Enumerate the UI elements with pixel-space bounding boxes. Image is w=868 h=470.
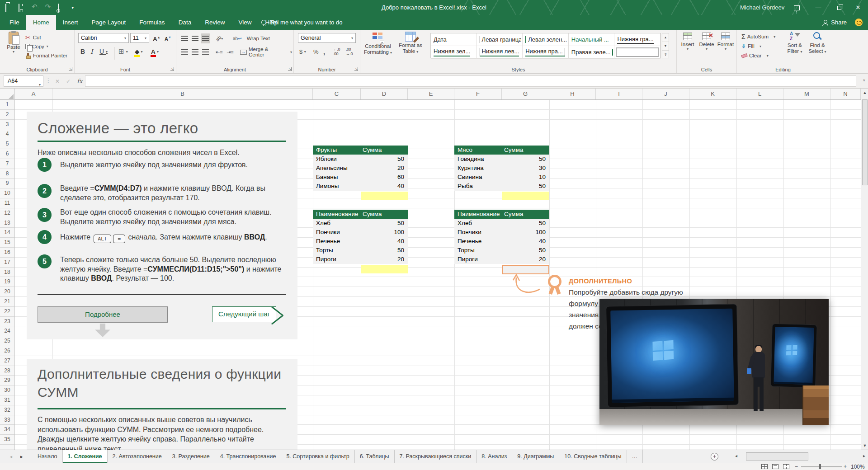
next-step-button[interactable]: Следующий шаг [212, 306, 276, 322]
autosum-button[interactable]: ΣAutoSum ▾ [741, 32, 775, 41]
tell-me-box[interactable]: Tell me what you want to do [261, 15, 342, 30]
column-header-B[interactable]: B [52, 89, 313, 99]
row-header-18[interactable]: 18 [0, 268, 14, 277]
sheet-tab-начало[interactable]: Начало [33, 450, 63, 463]
horizontal-scroll-thumb[interactable] [746, 452, 808, 461]
font-color-button[interactable]: A ▾ [150, 47, 160, 56]
insert-function-icon[interactable]: fx [77, 78, 82, 85]
copy-button[interactable]: Copy▾ [25, 42, 48, 51]
underline-button[interactable]: U ▾ [98, 47, 109, 56]
sheet-tab-5-сортировка-и-фильтр[interactable]: 5. Сортировка и фильтр [281, 450, 354, 463]
decrease-indent-button[interactable]: ⇤≡ [214, 47, 224, 57]
row-header-15[interactable]: 15 [0, 238, 14, 248]
sheet-tab-8-анализ[interactable]: 8. Анализ [476, 450, 512, 463]
style-gallery-item[interactable]: Нижняя зел... [431, 46, 477, 59]
row-header-12[interactable]: 12 [0, 208, 14, 218]
account-name[interactable]: Michael Gordeev [740, 0, 784, 15]
formula-input[interactable] [85, 75, 856, 87]
percent-style-button[interactable]: % [312, 47, 320, 56]
paste-button[interactable]: Paste ▾ [4, 32, 24, 54]
row-header-20[interactable]: 20 [0, 287, 14, 297]
enter-entry-icon[interactable]: ✓ [66, 78, 71, 85]
ribbon-tab-home[interactable]: Home [26, 15, 56, 30]
fill-button[interactable]: ⇩Fill ▾ [741, 42, 761, 51]
zoom-slider-thumb[interactable] [819, 464, 821, 469]
zoom-level[interactable]: 100% [851, 464, 865, 470]
row-header-9[interactable]: 9 [0, 179, 14, 188]
row-header-19[interactable]: 19 [0, 277, 14, 287]
row-header-3[interactable]: 3 [0, 120, 14, 130]
row-header-10[interactable]: 10 [0, 188, 14, 198]
align-right-button[interactable] [201, 47, 210, 57]
row-header-32[interactable]: 32 [0, 405, 14, 415]
page-break-view-icon[interactable] [783, 464, 789, 469]
row-header-26[interactable]: 26 [0, 346, 14, 356]
orientation-button[interactable]: ab▾ [214, 33, 224, 43]
row-header-31[interactable]: 31 [0, 395, 14, 405]
fill-color-button[interactable]: ◆ ▾ [133, 47, 144, 56]
yellow-sum-cell[interactable] [361, 192, 408, 200]
row-header-6[interactable]: 6 [0, 149, 14, 159]
yellow-sum-cell[interactable] [502, 192, 549, 200]
row-header-30[interactable]: 30 [0, 385, 14, 395]
font-family-select[interactable]: Calibri▾ [78, 33, 129, 43]
top-align-button[interactable] [180, 33, 189, 43]
row-header-7[interactable]: 7 [0, 159, 14, 169]
sheet-tab-…[interactable]: … [627, 450, 643, 463]
find-select-button[interactable]: Find & Select ▾ [807, 32, 828, 55]
ribbon-tab-file[interactable]: File [3, 15, 26, 30]
increase-font-size-button[interactable]: A▲ [151, 33, 162, 43]
align-left-button[interactable] [180, 47, 189, 57]
page-layout-view-icon[interactable] [772, 464, 778, 469]
video-player[interactable] [599, 299, 829, 425]
row-header-5[interactable]: 5 [0, 139, 14, 149]
wrap-text-button[interactable]: ab↩ Wrap Text [231, 33, 271, 43]
merge-center-button[interactable]: ↔Merge & Center ▾ [239, 47, 293, 57]
ribbon-display-options-button[interactable] [787, 0, 807, 15]
row-header-21[interactable]: 21 [0, 297, 14, 307]
row-header-11[interactable]: 11 [0, 198, 14, 208]
style-gallery-item[interactable]: Нижняя лев... [477, 46, 523, 59]
increase-decimal-button[interactable]: ←.0.00 [332, 47, 341, 56]
bold-button[interactable]: B [79, 47, 86, 56]
zoom-slider[interactable] [801, 466, 842, 467]
row-header-17[interactable]: 17 [0, 258, 14, 268]
scroll-left-icon[interactable]: ◂ [735, 453, 737, 458]
row-header-22[interactable]: 22 [0, 307, 14, 317]
clear-button[interactable]: Clear ▾ [741, 51, 769, 60]
cancel-entry-icon[interactable]: ✕ [55, 78, 60, 85]
sheet-tab-7-раскрывающиеся-списки[interactable]: 7. Раскрывающиеся списки [395, 450, 477, 463]
zoom-in-icon[interactable]: + [844, 463, 847, 470]
column-header-F[interactable]: F [454, 89, 502, 99]
row-header-33[interactable]: 33 [0, 415, 14, 425]
column-header-M[interactable]: M [783, 89, 830, 99]
column-header-N[interactable]: N [830, 89, 861, 99]
expand-formula-bar-icon[interactable]: ˅ [863, 78, 865, 83]
column-header-E[interactable]: E [408, 89, 454, 99]
feedback-smiley-icon[interactable] [855, 19, 863, 26]
gallery-down-icon[interactable]: ▼ [662, 42, 669, 51]
zoom-out-icon[interactable]: − [795, 463, 798, 470]
horizontal-scrollbar[interactable]: ◂ ▸ [735, 451, 865, 462]
name-box[interactable]: A64▾ [4, 75, 43, 87]
font-dialog-launcher[interactable] [170, 67, 174, 71]
yellow-sum-cell[interactable] [361, 265, 408, 273]
column-header-G[interactable]: G [502, 89, 549, 99]
row-header-29[interactable]: 29 [0, 376, 14, 385]
style-gallery-item[interactable]: Левая зелен... [523, 33, 569, 46]
sort-filter-button[interactable]: AZ Sort & Filter ▾ [784, 32, 806, 55]
style-gallery-item[interactable] [614, 46, 660, 59]
row-header-24[interactable]: 24 [0, 326, 14, 336]
sheet-tab-4-транспонирование[interactable]: 4. Транспонирование [215, 450, 282, 463]
row-header-34[interactable]: 34 [0, 425, 14, 435]
gallery-up-icon[interactable]: ▲ [662, 33, 669, 42]
more-details-button[interactable]: Подробнее [38, 306, 168, 323]
row-header-25[interactable]: 25 [0, 336, 14, 346]
row-header-16[interactable]: 16 [0, 248, 14, 258]
insert-cells-button[interactable]: Insert ▾ [678, 33, 697, 51]
ribbon-tab-formulas[interactable]: Formulas [132, 15, 171, 30]
increase-indent-button[interactable]: ⇥≡ [225, 47, 235, 57]
row-header-2[interactable]: 2 [0, 110, 14, 120]
cut-button[interactable]: ✂Cut [25, 33, 41, 42]
ribbon-tab-insert[interactable]: Insert [56, 15, 85, 30]
